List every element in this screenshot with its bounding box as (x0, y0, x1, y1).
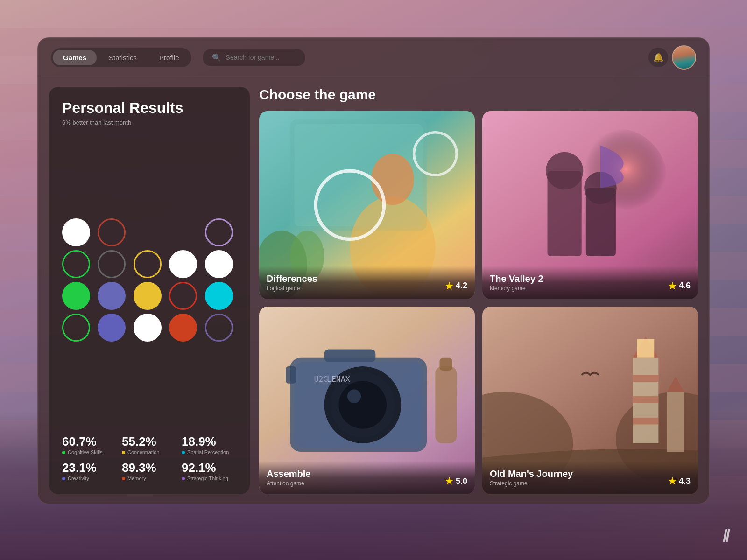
bubble-r3-c3 (134, 282, 162, 310)
bubble-grid (62, 135, 237, 424)
stat-strategic-value: 92.1% (182, 462, 237, 474)
search-icon: 🔍 (212, 53, 221, 62)
svg-rect-26 (435, 366, 457, 443)
game-card-journey[interactable]: Old Man's Journey Strategic game ★ 4.3 (482, 307, 698, 495)
game-assemble-type: Attention game (267, 480, 467, 487)
star-icon-valley: ★ (668, 280, 677, 292)
stat-memory-value: 89.3% (122, 462, 177, 474)
stat-creativity-dot (62, 477, 65, 480)
star-icon: ★ (445, 280, 453, 292)
games-panel: Choose the game (259, 87, 698, 494)
game-card-valley[interactable]: The Valley 2 Memory game ★ 4.6 (482, 111, 698, 299)
svg-point-12 (546, 152, 584, 190)
stat-creativity-label: Creativity (62, 476, 117, 481)
stat-cognitive-label: Cognitive Skills (62, 449, 117, 455)
stat-memory-label: Memory (122, 476, 177, 481)
bubble-r4-c2 (98, 314, 126, 342)
stat-concentration-label: Concentration (122, 449, 177, 455)
svg-rect-27 (440, 357, 452, 370)
stat-concentration-value: 55.2% (122, 435, 177, 448)
brand-mark: // (723, 526, 728, 546)
personal-results-subtitle: 6% better than last month (62, 119, 237, 126)
bubble-r2-c1 (62, 250, 90, 278)
stat-strategic: 92.1% Strategic Thinking (182, 462, 237, 481)
bubble-r1-c2 (98, 218, 126, 246)
bubble-r2-c2 (98, 250, 126, 278)
svg-point-4 (371, 154, 414, 205)
game-journey-rating: ★ 4.3 (668, 476, 691, 487)
tab-statistics[interactable]: Statistics (99, 50, 147, 65)
stat-spatial-dot (182, 451, 185, 454)
stats-grid: 60.7% Cognitive Skills 55.2% Concentrati… (62, 435, 237, 481)
stat-spatial-value: 18.9% (182, 435, 237, 448)
stat-spatial-label: Spatial Perception (182, 449, 237, 455)
stat-cognitive-value: 60.7% (62, 435, 117, 448)
avatar[interactable] (672, 45, 696, 70)
bubble-r3-c4 (169, 282, 197, 310)
bubble-r4-c3 (134, 314, 162, 342)
search-bar: 🔍 (203, 49, 305, 66)
bell-icon: 🔔 (653, 52, 663, 63)
svg-rect-35 (633, 417, 658, 424)
stat-spatial: 18.9% Spatial Perception (182, 435, 237, 455)
bubble-r4-c1 (62, 314, 90, 342)
avatar-image (673, 46, 695, 69)
game-journey-name: Old Man's Journey (490, 469, 691, 479)
game-differences-overlay: Differences Logical game (259, 266, 475, 299)
bubble-r1-c5 (205, 218, 233, 246)
stat-concentration: 55.2% Concentration (122, 435, 177, 455)
svg-point-21 (347, 389, 361, 403)
game-valley-type: Memory game (490, 285, 691, 292)
game-valley-overlay: The Valley 2 Memory game (482, 266, 698, 299)
bubble-r3-c2 (98, 282, 126, 310)
svg-text:U2G: U2G (314, 375, 328, 384)
bubble-r2-c3 (134, 250, 162, 278)
tab-profile[interactable]: Profile (149, 50, 190, 65)
stat-memory: 89.3% Memory (122, 462, 177, 481)
star-icon-assemble: ★ (445, 476, 453, 487)
personal-results-panel: Personal Results 6% better than last mon… (49, 87, 250, 494)
game-assemble-overlay: Assemble Attention game (259, 461, 475, 494)
notification-button[interactable]: 🔔 (648, 48, 668, 67)
svg-rect-33 (633, 375, 658, 382)
bubble-r1-c4 (169, 218, 197, 246)
stat-creativity: 23.1% Creativity (62, 462, 117, 481)
game-assemble-name: Assemble (267, 469, 467, 479)
bubble-r3-c1 (62, 282, 90, 310)
game-differences-rating-value: 4.2 (456, 281, 467, 291)
svg-point-20 (339, 381, 387, 428)
game-card-assemble[interactable]: U2G LENAX Assemble Attention game ★ (259, 307, 475, 495)
search-input[interactable] (226, 54, 291, 61)
bubble-r1-c1 (62, 218, 90, 246)
bubble-r4-c4 (169, 314, 197, 342)
app-container: Games Statistics Profile 🔍 🔔 Personal Re… (37, 37, 710, 504)
stat-concentration-dot (122, 451, 125, 454)
game-assemble-rating-value: 5.0 (456, 476, 467, 486)
svg-rect-37 (667, 392, 684, 451)
star-icon-journey: ★ (668, 476, 677, 487)
svg-rect-22 (324, 349, 376, 362)
bubble-r2-c5 (205, 250, 233, 278)
svg-rect-23 (286, 366, 296, 384)
game-card-differences[interactable]: Differences Logical game ★ 4.2 (259, 111, 475, 299)
stat-cognitive-dot (62, 451, 65, 454)
nav-tabs: Games Statistics Profile (51, 48, 191, 67)
bubble-r4-c5 (205, 314, 233, 342)
tab-games[interactable]: Games (53, 50, 97, 65)
stat-strategic-label: Strategic Thinking (182, 476, 237, 481)
game-journey-rating-value: 4.3 (679, 476, 691, 486)
stat-creativity-value: 23.1% (62, 462, 117, 474)
game-differences-name: Differences (267, 273, 467, 284)
content-area: Personal Results 6% better than last mon… (38, 77, 709, 504)
bubble-r3-c5 (205, 282, 233, 310)
bubble-r1-c3 (134, 218, 162, 246)
game-assemble-rating: ★ 5.0 (445, 476, 467, 487)
svg-text:LENAX: LENAX (327, 375, 350, 384)
game-valley-rating: ★ 4.6 (668, 280, 691, 292)
game-differences-type: Logical game (267, 285, 467, 292)
stat-memory-dot (122, 477, 125, 480)
stat-strategic-dot (182, 477, 185, 480)
game-journey-type: Strategic game (490, 480, 691, 487)
stat-cognitive: 60.7% Cognitive Skills (62, 435, 117, 455)
svg-rect-36 (637, 339, 655, 357)
